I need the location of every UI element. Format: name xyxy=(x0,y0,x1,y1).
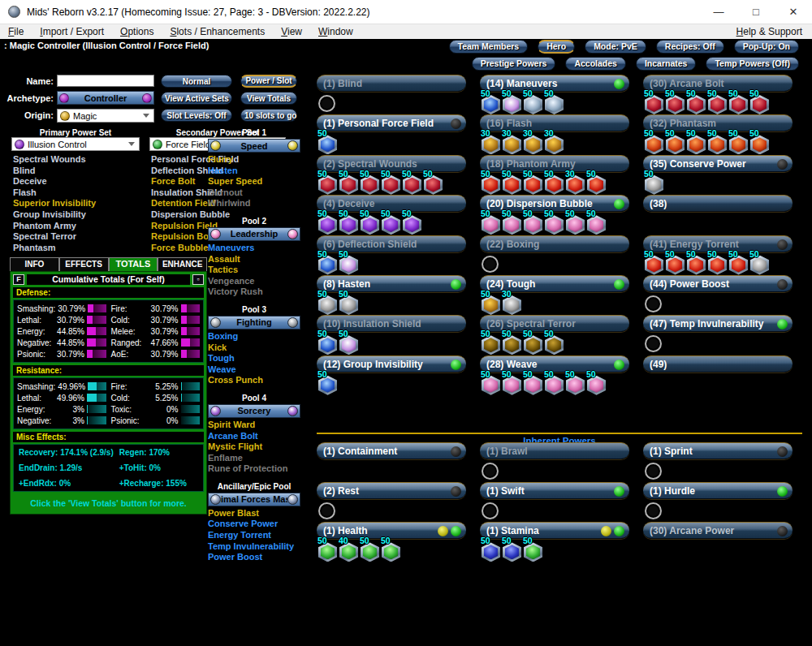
prestige-powers-button[interactable]: Prestige Powers xyxy=(472,57,556,71)
powerset-item-phantom-army[interactable]: Phantom Army xyxy=(13,221,96,232)
pool-item-tough[interactable]: Tough xyxy=(208,353,300,364)
powerset-item-group-invisibility[interactable]: Group Invisibility xyxy=(13,209,96,221)
recipes-off-button[interactable]: Recipes: Off xyxy=(656,40,724,54)
enhancement-slot[interactable]: 50 xyxy=(361,542,379,562)
pool-item-enflame[interactable]: Enflame xyxy=(208,453,300,464)
powerset-item-phantasm[interactable]: Phantasm xyxy=(13,243,96,254)
pool-item-power-blast[interactable]: Power Blast xyxy=(208,508,300,519)
enhancement-slot[interactable]: 50 xyxy=(482,175,500,195)
empty-slot[interactable] xyxy=(645,463,662,480)
enhancement-slot[interactable]: 50 xyxy=(524,542,542,562)
power-slot-button[interactable]: Power / Slot xyxy=(240,75,297,88)
enhancement-slot[interactable]: 50 xyxy=(587,215,606,235)
enhancement-slot[interactable]: 50 xyxy=(382,215,400,235)
enhancement-slot[interactable]: 50 xyxy=(503,95,521,114)
empty-slot[interactable] xyxy=(482,502,499,519)
pool-item-assault[interactable]: Assault xyxy=(208,254,300,265)
pool-item-temp-invulnerability[interactable]: Temp Invulnerability xyxy=(208,541,300,553)
enhancement-slot[interactable]: 50 xyxy=(524,376,542,395)
power-bar-sprint[interactable]: (1) Sprint xyxy=(643,442,793,459)
enhancement-slot[interactable]: 50 xyxy=(750,256,769,275)
team-members-button[interactable]: Team Members xyxy=(449,40,529,54)
enhancement-slot[interactable]: 50 xyxy=(687,135,706,154)
enhancement-slot[interactable]: 50 xyxy=(503,215,521,235)
enhancement-slot[interactable]: 50 xyxy=(545,376,564,395)
power-bar-group-invisibility[interactable]: (12) Group Invisibility xyxy=(317,355,466,373)
enhancement-slot[interactable]: 50 xyxy=(687,256,706,275)
enhancement-slot[interactable]: 50 xyxy=(524,335,542,355)
enhancement-slot[interactable]: 50 xyxy=(566,215,585,235)
enhancement-slot[interactable]: 50 xyxy=(339,175,358,195)
pool-header-speed[interactable]: Speed xyxy=(208,139,300,153)
enhancement-slot[interactable]: 50 xyxy=(524,95,542,114)
enhancement-slot[interactable]: 50 xyxy=(403,215,421,235)
pool-item-weave[interactable]: Weave xyxy=(208,364,300,376)
enhancement-slot[interactable]: 50 xyxy=(503,335,521,355)
enhancement-slot[interactable]: 50 xyxy=(587,175,606,195)
enhancement-slot[interactable]: 50 xyxy=(361,215,379,235)
power-bar-brawl[interactable]: (1) Brawl xyxy=(480,442,629,459)
pool-header-imal-forces-maste[interactable]: imal Forces Maste xyxy=(208,493,300,506)
tab-effects[interactable]: EFFECTS xyxy=(59,257,109,271)
enhancement-slot[interactable]: 50 xyxy=(729,95,748,114)
normal-button[interactable]: Normal xyxy=(161,75,232,88)
empty-slot[interactable] xyxy=(645,295,662,312)
enhancement-slot[interactable]: 50 xyxy=(318,376,337,395)
pool-item-kick[interactable]: Kick xyxy=(208,342,300,354)
enhancement-slot[interactable]: 50 xyxy=(382,175,400,195)
pool-header-sorcery[interactable]: Sorcery xyxy=(208,404,300,418)
enhancement-slot[interactable]: 50 xyxy=(318,256,337,275)
enhancement-slot[interactable]: 50 xyxy=(524,215,542,235)
enhancement-slot[interactable]: 50 xyxy=(566,376,585,395)
pool-item-burnout[interactable]: Burnout xyxy=(208,187,300,199)
pool-item-rune-of-protection[interactable]: Rune of Protection xyxy=(208,463,300,475)
enhancement-slot[interactable]: 40 xyxy=(339,542,358,562)
pool-item-boxing[interactable]: Boxing xyxy=(208,331,300,342)
empty-slot[interactable] xyxy=(645,502,662,519)
pool-item-victory-rush[interactable]: Victory Rush xyxy=(208,286,300,298)
power-bar-containment[interactable]: (1) Containment xyxy=(317,442,466,459)
enhancement-slot[interactable]: 50 xyxy=(318,335,337,355)
powerset-item-spectral-wounds[interactable]: Spectral Wounds xyxy=(13,154,96,166)
pool-item-flurry[interactable]: Flurry xyxy=(208,154,300,166)
enhancement-slot[interactable]: 50 xyxy=(382,542,400,562)
tab-info[interactable]: INFO xyxy=(10,257,59,271)
pool-item-vengeance[interactable]: Vengeance xyxy=(208,276,300,287)
enhancement-slot[interactable]: 30 xyxy=(545,135,564,154)
enhancement-slot[interactable]: 50 xyxy=(729,256,748,275)
enhancement-slot[interactable]: 30 xyxy=(503,135,521,154)
enhancement-slot[interactable]: 50 xyxy=(645,95,663,114)
close-button[interactable]: ✕ xyxy=(775,0,812,24)
enhancement-slot[interactable]: 50 xyxy=(708,256,727,275)
empty-slot[interactable] xyxy=(482,256,499,273)
menu-file[interactable]: File xyxy=(0,24,32,39)
name-input[interactable] xyxy=(57,75,154,87)
enhancement-slot[interactable]: 50 xyxy=(645,175,663,195)
enhancement-slot[interactable]: 50 xyxy=(339,215,358,235)
power-bar-temp-invulnerability[interactable]: (47) Temp Invulnerability xyxy=(643,315,793,332)
pool-item-tactics[interactable]: Tactics xyxy=(208,265,300,276)
power-bar-rest[interactable]: (2) Rest xyxy=(317,482,466,499)
menu-view[interactable]: View xyxy=(273,24,310,39)
primary-set-select[interactable]: Illusion Control xyxy=(11,137,140,151)
menu-window[interactable]: Window xyxy=(310,24,361,39)
enhancement-slot[interactable]: 50 xyxy=(339,256,358,275)
enhancement-slot[interactable]: 50 xyxy=(482,376,500,395)
view-active-sets-button[interactable]: View Active Sets xyxy=(161,92,232,105)
empty-slot[interactable] xyxy=(645,335,662,352)
enhancement-slot[interactable]: 50 xyxy=(482,295,500,315)
enhancement-slot[interactable]: 50 xyxy=(318,175,337,195)
pool-item-cross-punch[interactable]: Cross Punch xyxy=(208,375,300,386)
enhancement-slot[interactable]: 30 xyxy=(566,175,585,195)
maximize-button[interactable]: □ xyxy=(737,0,775,24)
enhancement-slot[interactable]: 50 xyxy=(424,175,443,195)
power-bar-personal-force-field[interactable]: (1) Personal Force Field xyxy=(317,114,466,131)
enhancement-slot[interactable]: 50 xyxy=(318,135,337,154)
power-bar-arcane-power[interactable]: (30) Arcane Power xyxy=(643,522,793,539)
menu-slots-enhancements[interactable]: Slots / Enhancements xyxy=(162,24,273,39)
enhancement-slot[interactable]: 50 xyxy=(750,95,769,114)
enhancement-slot[interactable]: 50 xyxy=(645,135,663,154)
enhancement-slot[interactable]: 50 xyxy=(482,335,500,355)
pool-header-leadership[interactable]: Leadership xyxy=(208,227,300,241)
powerset-item-deceive[interactable]: Deceive xyxy=(13,176,96,187)
